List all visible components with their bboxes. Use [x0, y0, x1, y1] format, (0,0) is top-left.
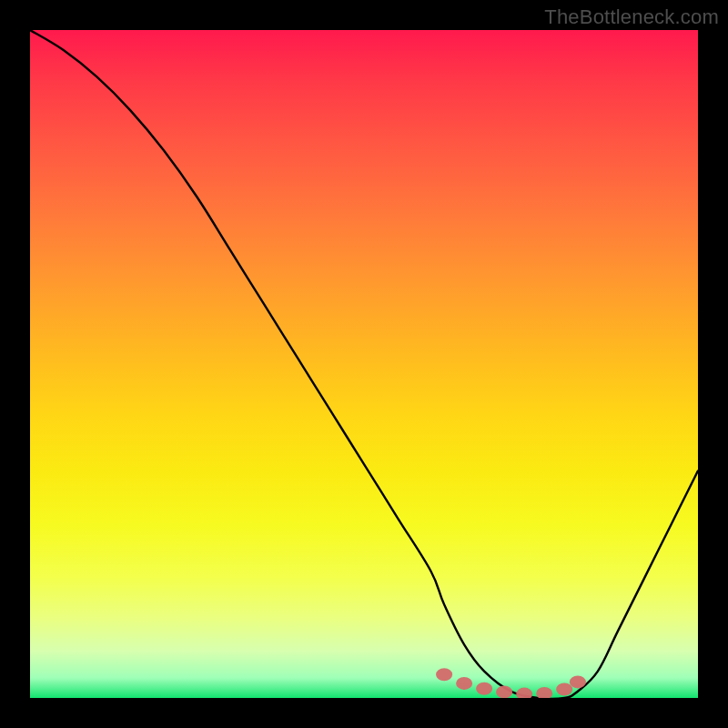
- gradient-background: [30, 30, 698, 698]
- chart-plot-area: [30, 30, 698, 698]
- chart-stage: TheBottleneck.com: [0, 0, 728, 728]
- watermark-text: TheBottleneck.com: [544, 5, 719, 29]
